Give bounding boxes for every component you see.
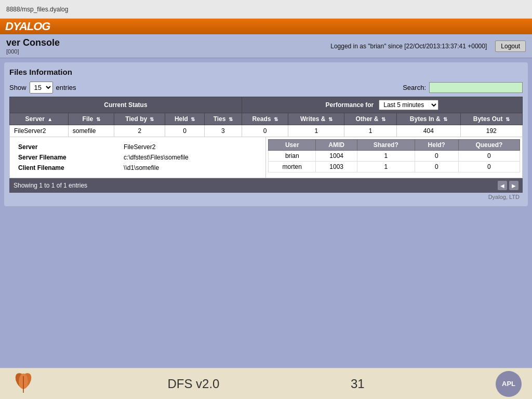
users-row: morten1003100	[269, 162, 520, 172]
detail-right: User AMID Shared? Held? Queued? brian100…	[266, 137, 522, 178]
show-label: Show	[9, 84, 26, 91]
bottom-logo-icon	[10, 371, 36, 397]
cell-bytes-out: 192	[460, 125, 522, 137]
cell-server: FileServer2	[10, 125, 69, 137]
entries-label: entries	[56, 84, 76, 91]
detail-server-value: FileServer2	[122, 142, 259, 152]
col-headers-row: Server ▲ File ⇅ Tied by ⇅ Held ⇅ Ties ⇅ …	[10, 113, 523, 125]
search-label: Search:	[403, 84, 426, 91]
col-bytes-out[interactable]: Bytes Out ⇅	[460, 113, 522, 125]
dyalog-logo: DYALOG	[5, 20, 50, 33]
table-controls: Show 15 25 50 entries Search:	[9, 82, 523, 94]
performance-header: Performance for Last 5 minutes Last 15 m…	[242, 97, 522, 113]
showing-label: Showing 1 to 1 of 1 entries	[14, 182, 87, 189]
users-cell-amid: 1003	[316, 162, 357, 172]
detail-client-label: Client Filename	[16, 163, 121, 172]
users-col-user: User	[269, 140, 316, 151]
users-cell-shared: 1	[357, 151, 415, 162]
cell-tied-by: 2	[114, 125, 165, 137]
users-col-shared: Shared?	[357, 140, 415, 151]
search-area: Search:	[403, 82, 523, 93]
col-held[interactable]: Held ⇅	[165, 113, 204, 125]
users-cell-user: morten	[269, 162, 316, 172]
browser-url: 8888/msp_files.dyalog	[6, 6, 68, 13]
login-area: Logged in as "brian" since [22/Oct/2013:…	[330, 41, 526, 52]
browser-bar: 8888/msp_files.dyalog	[0, 0, 532, 19]
cell-file: somefile	[68, 125, 114, 137]
next-arrow[interactable]: ▶	[509, 181, 518, 190]
detail-info-table: Server FileServer2 Server Filename c:\df…	[15, 141, 260, 174]
nav-arrows: ◀ ▶	[498, 181, 518, 190]
detail-cell: Server FileServer2 Server Filename c:\df…	[10, 137, 523, 178]
users-cell-amid: 1004	[316, 151, 357, 162]
col-bytes-in[interactable]: Bytes In & ⇅	[397, 113, 460, 125]
dyalog-credit: Dyalog, LTD	[9, 193, 523, 201]
cell-writes: 1	[288, 125, 344, 137]
col-tied-by[interactable]: Tied by ⇅	[114, 113, 165, 125]
users-tbody: brian1004100morten1003100	[269, 151, 520, 172]
users-col-held: Held?	[415, 140, 458, 151]
bottom-number: 31	[351, 377, 365, 391]
entries-select[interactable]: 15 25 50	[30, 82, 53, 94]
current-status-header: Current Status	[10, 97, 242, 113]
users-cell-user: brian	[269, 151, 316, 162]
users-cell-held: 0	[415, 151, 458, 162]
apl-icon: APL	[496, 371, 522, 397]
detail-client-value: \\d1\somefile	[122, 163, 259, 172]
detail-row: Server FileServer2 Server Filename c:\df…	[10, 137, 523, 178]
detail-filename-label: Server Filename	[16, 153, 121, 162]
users-row: brian1004100	[269, 151, 520, 162]
prev-arrow[interactable]: ◀	[498, 181, 507, 190]
dyalog-header: DYALOG	[0, 19, 532, 34]
cell-other: 1	[344, 125, 397, 137]
table-footer: Showing 1 to 1 of 1 entries ◀ ▶	[9, 178, 523, 193]
main-content: Files Information Show 15 25 50 entries …	[4, 62, 528, 206]
section-title: Files Information	[9, 68, 523, 76]
col-other[interactable]: Other & ⇅	[344, 113, 397, 125]
users-cell-held: 0	[415, 162, 458, 172]
bottom-bar: DFS v2.0 31 APL	[0, 368, 532, 399]
console-header: ver Console [000] Logged in as "brian" s…	[0, 34, 532, 58]
users-col-queued: Queued?	[458, 140, 520, 151]
apl-label: APL	[502, 380, 515, 388]
console-title: ver Console	[6, 37, 60, 48]
col-file[interactable]: File ⇅	[68, 113, 114, 125]
detail-server-row: Server FileServer2	[16, 142, 259, 152]
time-select[interactable]: Last 5 minutes Last 15 minutes Last hour	[379, 100, 438, 110]
performance-label: Performance for	[326, 101, 374, 109]
cell-bytes-in: 404	[397, 125, 460, 137]
console-subtitle: [000]	[6, 48, 60, 55]
login-info: Logged in as "brian" since [22/Oct/2013:…	[330, 43, 487, 50]
table-row[interactable]: FileServer2 somefile 2 0 3 0 1 1 404 192	[10, 125, 523, 137]
users-header-row: User AMID Shared? Held? Queued?	[269, 140, 520, 151]
show-entries: Show 15 25 50 entries	[9, 82, 76, 94]
users-cell-shared: 1	[357, 162, 415, 172]
col-ties[interactable]: Ties ⇅	[204, 113, 242, 125]
detail-server-label: Server	[16, 142, 121, 152]
search-input[interactable]	[429, 82, 523, 93]
users-col-amid: AMID	[316, 140, 357, 151]
detail-filename-row: Server Filename c:\dfstest\Files\somefil…	[16, 153, 259, 162]
logout-button[interactable]: Logout	[495, 41, 526, 52]
header-group-row: Current Status Performance for Last 5 mi…	[10, 97, 523, 113]
users-cell-queued: 0	[458, 162, 520, 172]
col-writes[interactable]: Writes & ⇅	[288, 113, 344, 125]
col-reads[interactable]: Reads ⇅	[242, 113, 288, 125]
users-table: User AMID Shared? Held? Queued? brian100…	[268, 139, 520, 172]
data-table: Current Status Performance for Last 5 mi…	[9, 97, 523, 178]
cell-reads: 0	[242, 125, 288, 137]
detail-filename-value: c:\dfstest\Files\somefile	[122, 153, 259, 162]
detail-left: Server FileServer2 Server Filename c:\df…	[10, 137, 266, 178]
col-server[interactable]: Server ▲	[10, 113, 69, 125]
console-title-area: ver Console [000]	[6, 37, 60, 55]
detail-client-row: Client Filename \\d1\somefile	[16, 163, 259, 172]
cell-ties: 3	[204, 125, 242, 137]
bottom-title: DFS v2.0	[167, 377, 219, 391]
cell-held: 0	[165, 125, 204, 137]
users-cell-queued: 0	[458, 151, 520, 162]
detail-inner: Server FileServer2 Server Filename c:\df…	[10, 137, 522, 178]
